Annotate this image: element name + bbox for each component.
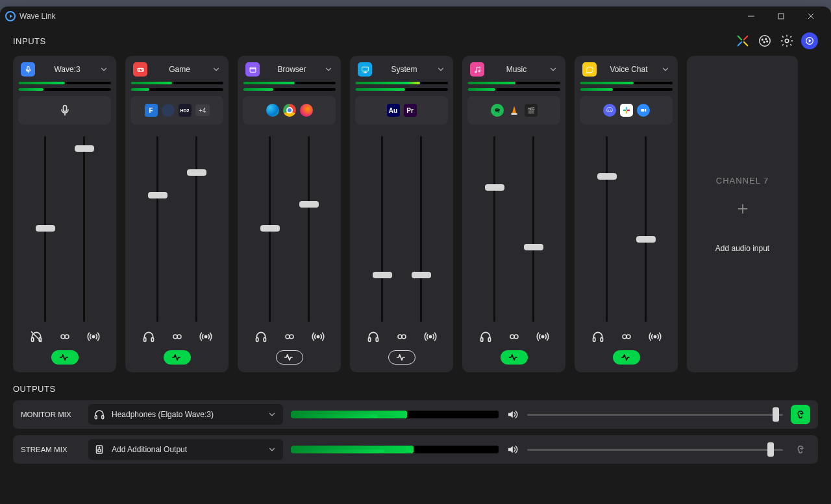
add-channel-card[interactable]: CHANNEL 7 ＋ Add audio input — [687, 56, 798, 372]
output-device-name: Add Additional Output — [112, 445, 187, 454]
add-channel-title: CHANNEL 7 — [716, 176, 769, 186]
stream-mute-button[interactable] — [199, 330, 213, 344]
svg-rect-64 — [95, 416, 97, 419]
output-volume-slider[interactable] — [527, 414, 783, 416]
svg-point-50 — [510, 335, 514, 339]
equalizer-icon[interactable] — [757, 33, 773, 49]
svg-point-7 — [765, 38, 767, 40]
channel-type-icon — [470, 62, 484, 77]
monitor-mute-button[interactable] — [254, 330, 268, 344]
stream-mute-button[interactable] — [423, 330, 438, 344]
link-faders-button[interactable] — [619, 330, 634, 344]
channel-type-icon — [245, 62, 260, 77]
effects-toggle[interactable] — [276, 350, 303, 365]
level-meter — [130, 88, 223, 91]
stream-mute-button[interactable] — [536, 330, 550, 344]
channel-name: Music — [484, 65, 549, 74]
output-volume-slider[interactable] — [527, 449, 783, 451]
svg-marker-58 — [645, 109, 646, 112]
level-meter — [130, 82, 223, 84]
svg-point-23 — [142, 70, 143, 71]
output-device-select[interactable]: Add Additional Output — [88, 439, 283, 460]
window-minimize-button[interactable] — [736, 6, 766, 26]
monitor-fader[interactable] — [145, 136, 171, 322]
stream-mute-button[interactable] — [86, 330, 101, 344]
svg-rect-24 — [143, 338, 145, 342]
window-close-button[interactable] — [796, 6, 826, 26]
monitor-mute-button[interactable] — [591, 330, 605, 344]
listen-toggle[interactable] — [791, 440, 810, 459]
monitor-fader[interactable] — [369, 136, 395, 322]
chevron-down-icon[interactable] — [324, 65, 333, 74]
monitor-fader[interactable] — [257, 136, 283, 322]
svg-point-28 — [205, 335, 206, 337]
effects-toggle[interactable] — [51, 350, 79, 365]
svg-point-27 — [177, 335, 181, 339]
elgato-icon[interactable] — [801, 32, 818, 49]
stream-fader[interactable] — [71, 136, 97, 322]
window-maximize-button[interactable] — [766, 6, 796, 26]
level-meter — [580, 82, 673, 84]
stream-fader[interactable] — [521, 136, 547, 322]
channel-name: Browser — [260, 65, 324, 74]
stream-fader[interactable] — [296, 136, 322, 322]
output-level-meter — [291, 446, 499, 453]
monitor-mute-button[interactable] — [478, 330, 493, 344]
output-row: MONITOR MIX Headphones (Elgato Wave:3) — [13, 400, 818, 429]
svg-point-22 — [142, 69, 142, 69]
output-device-name: Headphones (Elgato Wave:3) — [112, 410, 214, 419]
level-meter — [355, 82, 448, 84]
stream-fader[interactable] — [633, 136, 659, 322]
svg-rect-65 — [102, 416, 104, 419]
svg-point-61 — [623, 335, 626, 339]
chevron-down-icon[interactable] — [549, 65, 558, 74]
monitor-fader[interactable] — [32, 136, 58, 322]
chevron-down-icon[interactable] — [436, 65, 445, 74]
input-channel: Music 🎬 — [462, 56, 565, 372]
stream-fader[interactable] — [408, 136, 434, 322]
svg-point-63 — [654, 335, 656, 337]
monitor-fader[interactable] — [482, 136, 508, 322]
more-apps-badge[interactable]: +4 — [195, 104, 210, 116]
level-meter — [18, 88, 111, 91]
level-meter — [467, 88, 560, 91]
app-icon: F — [145, 104, 158, 117]
chevron-down-icon[interactable] — [99, 65, 108, 74]
app-logo-icon — [5, 11, 16, 21]
link-faders-button[interactable] — [507, 330, 521, 344]
output-device-select[interactable]: Headphones (Elgato Wave:3) — [88, 404, 283, 425]
monitor-mute-button[interactable] — [142, 330, 156, 344]
chevron-down-icon[interactable] — [661, 65, 670, 74]
volume-icon — [506, 409, 519, 420]
svg-point-43 — [429, 335, 431, 337]
gear-icon[interactable] — [779, 33, 795, 49]
stream-fader[interactable] — [184, 136, 210, 322]
game-app-icon — [162, 104, 175, 117]
svg-rect-39 — [368, 338, 370, 342]
chevron-down-icon[interactable] — [212, 65, 221, 74]
plugins-icon[interactable] — [735, 33, 750, 49]
monitor-fader[interactable] — [594, 136, 620, 322]
effects-toggle[interactable] — [613, 350, 640, 365]
monitor-mute-button[interactable] — [366, 330, 380, 344]
listen-toggle[interactable] — [791, 405, 810, 424]
effects-toggle[interactable] — [164, 350, 191, 365]
svg-point-33 — [286, 335, 290, 339]
link-faders-button[interactable] — [282, 330, 297, 344]
effects-toggle[interactable] — [388, 350, 416, 365]
svg-rect-47 — [511, 114, 517, 115]
svg-point-16 — [61, 335, 65, 339]
vlc-app-icon — [508, 104, 521, 117]
channel-apps: 🎬 — [467, 96, 560, 125]
link-faders-button[interactable] — [58, 330, 72, 344]
stream-mute-button[interactable] — [648, 330, 662, 344]
effects-toggle[interactable] — [501, 350, 528, 365]
spotify-app-icon — [491, 104, 504, 117]
monitor-mute-button[interactable] — [29, 330, 43, 344]
svg-point-45 — [478, 70, 480, 71]
stream-mute-button[interactable] — [311, 330, 325, 344]
link-faders-button[interactable] — [395, 330, 409, 344]
level-meter — [18, 82, 111, 84]
svg-point-4 — [760, 36, 771, 47]
link-faders-button[interactable] — [170, 330, 184, 344]
